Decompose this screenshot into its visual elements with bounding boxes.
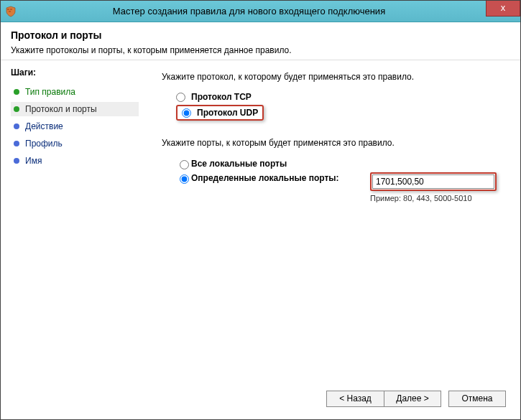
close-button[interactable]: x [486, 1, 520, 17]
ports-all-label: Все локальные порты [191, 159, 287, 169]
bullet-icon [14, 141, 19, 146]
wizard-content: Укажите протокол, к которому будет приме… [144, 60, 520, 413]
cancel-button[interactable]: Отмена [448, 391, 506, 407]
page-subtitle: Укажите протоколы и порты, к которым при… [11, 45, 510, 55]
protocol-prompt: Укажите протокол, к которому будет приме… [162, 72, 506, 82]
step-label: Профиль [25, 139, 63, 149]
bullet-icon [14, 158, 19, 164]
page-title: Протокол и порты [11, 29, 510, 41]
wizard-footer: < Назад Далее > Отмена [1, 385, 520, 419]
ports-input-highlight [370, 172, 497, 191]
step-action[interactable]: Действие [11, 119, 139, 134]
svg-rect-2 [9, 11, 11, 12]
ports-specific-row: Определенные локальные порты: Пример: 80… [176, 172, 506, 202]
step-label: Имя [25, 156, 42, 166]
step-rule-type[interactable]: Тип правила [11, 85, 139, 99]
nav-button-group: < Назад Далее > [326, 391, 441, 407]
next-button[interactable]: Далее > [384, 391, 441, 407]
steps-title: Шаги: [11, 67, 139, 78]
ports-prompt: Укажите порты, к которым будет применятс… [162, 138, 506, 148]
protocol-udp-label: Протокол UDP [197, 108, 258, 118]
window-title: Мастер создания правила для нового входя… [21, 6, 520, 17]
ports-specific-label: Определенные локальные порты: [191, 173, 339, 183]
bullet-icon [14, 123, 19, 129]
svg-rect-1 [10, 9, 12, 10]
step-label: Тип правила [25, 87, 75, 97]
wizard-header: Протокол и порты Укажите протоколы и пор… [1, 22, 520, 60]
back-button[interactable]: < Назад [326, 391, 384, 407]
step-profile[interactable]: Профиль [11, 136, 139, 151]
bullet-icon [14, 106, 19, 112]
ports-example: Пример: 80, 443, 5000-5010 [370, 194, 497, 202]
step-protocol-ports[interactable]: Протокол и порты [11, 102, 139, 116]
wizard-window: Мастер создания правила для нового входя… [0, 0, 521, 420]
step-name[interactable]: Имя [11, 154, 139, 168]
bullet-icon [14, 89, 19, 95]
protocol-udp-radio[interactable] [182, 108, 191, 118]
protocol-udp-highlight: Протокол UDP [176, 105, 264, 121]
firewall-icon [5, 6, 17, 17]
ports-all-radio[interactable] [180, 160, 189, 169]
protocol-udp-row: Протокол UDP [176, 105, 506, 121]
ports-specific-radio[interactable] [180, 174, 189, 184]
titlebar: Мастер создания правила для нового входя… [1, 1, 520, 22]
ports-input[interactable] [372, 174, 494, 189]
protocol-tcp-radio[interactable] [176, 93, 185, 102]
protocol-tcp-label: Протокол TCP [191, 92, 252, 102]
ports-all-row: Все локальные порты [176, 158, 506, 169]
steps-sidebar: Шаги: Тип правила Протокол и порты Дейст… [1, 60, 144, 413]
protocol-tcp-row: Протокол TCP [176, 92, 506, 102]
step-label: Протокол и порты [25, 104, 97, 114]
svg-rect-0 [7, 9, 9, 10]
step-label: Действие [25, 121, 63, 131]
